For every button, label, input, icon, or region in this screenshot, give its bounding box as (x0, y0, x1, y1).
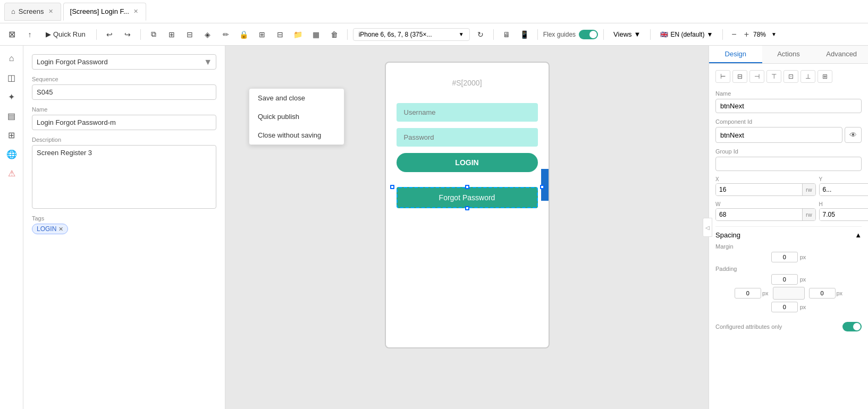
mobile-view-btn[interactable]: 📱 (517, 27, 532, 42)
design-tab[interactable]: Design (709, 46, 762, 63)
sidebar-data-btn[interactable]: ▤ (3, 107, 20, 124)
desktop-view-btn[interactable]: 🖥 (499, 27, 514, 42)
save-and-close-item[interactable]: Save and close (249, 89, 344, 107)
login-button[interactable]: LOGIN (397, 153, 538, 172)
sidebar-globe-btn[interactable]: 🌐 (3, 146, 20, 163)
quick-run-button[interactable]: ▶ Quick Run (40, 28, 91, 40)
handle-tr (540, 185, 544, 189)
separator-3 (347, 29, 348, 40)
canvas-area[interactable]: Save and close Quick publish Close witho… (225, 46, 709, 409)
collapse-right-panel-btn[interactable]: ◁ (703, 218, 712, 237)
tab-close-screens[interactable]: ✕ (47, 7, 54, 16)
margin-top-input[interactable] (771, 252, 798, 262)
zoom-out-btn[interactable]: − (728, 29, 739, 40)
h-input-group: rh (819, 208, 868, 221)
align-top-btn[interactable]: ⊤ (766, 70, 781, 83)
password-input[interactable] (397, 128, 538, 147)
undo-btn[interactable]: ↩ (102, 27, 117, 42)
ungroup-btn[interactable]: ⊟ (273, 27, 288, 42)
screen-select-field: Login Forgot Password ▼ (32, 54, 216, 70)
flex-guides-switch[interactable] (579, 30, 598, 39)
spacing-header[interactable]: Spacing ▲ (715, 231, 862, 239)
align-bottom-btn[interactable]: ⊥ (800, 70, 815, 83)
sidebar-pages-btn[interactable]: ⊞ (3, 126, 20, 143)
layout-btn[interactable]: ▦ (309, 27, 324, 42)
component-btn[interactable]: ◈ (200, 27, 215, 42)
separator-6 (603, 29, 604, 40)
save-dropdown-btn[interactable]: ⊠ (4, 27, 19, 42)
tags-container: LOGIN ✕ (32, 224, 216, 234)
xyr-row: X rw Y rh R ° (715, 176, 862, 196)
group-id-input[interactable] (715, 157, 862, 171)
folder-btn[interactable]: 📁 (291, 27, 306, 42)
device-selector[interactable]: iPhone 6, 6s, 7, 8 (375×... ▼ (353, 28, 470, 41)
align-row: ⊢ ⊟ ⊣ ⊤ ⊡ ⊥ ⊞ (715, 70, 862, 83)
views-btn[interactable]: Views ▼ (609, 28, 645, 40)
sequence-input[interactable] (32, 84, 216, 100)
distribute-h-btn[interactable]: ⊞ (818, 70, 832, 83)
separator-2 (140, 29, 141, 40)
screen-id-label: #S[2000] (386, 63, 549, 92)
w-field: W rw (715, 201, 816, 221)
actions-tab[interactable]: Actions (762, 46, 815, 63)
y-input[interactable] (820, 184, 868, 195)
refresh-btn[interactable]: ↻ (473, 27, 488, 42)
sidebar-warning-btn[interactable]: ⚠ (3, 165, 20, 182)
language-selector[interactable]: 🇬🇧 EN (default) ▼ (656, 29, 717, 40)
paste-btn[interactable]: ⊞ (164, 27, 179, 42)
phone-mockup: #S[2000] LOGIN Forgot Password (385, 62, 550, 348)
padding-middle-row: px px (715, 287, 862, 300)
w-input[interactable] (716, 209, 802, 220)
align-center-h-btn[interactable]: ⊟ (732, 70, 747, 83)
chevron-down-icon-views: ▼ (634, 30, 641, 38)
tag-remove-btn[interactable]: ✕ (58, 226, 63, 233)
zoom-controls: − + 78% ▼ (728, 29, 777, 40)
name-input[interactable] (32, 115, 216, 130)
tab-login-form[interactable]: [Screens] Login F... ✕ (63, 3, 146, 21)
up-arrow-btn[interactable]: ↑ (22, 27, 37, 42)
play-icon: ▶ (46, 30, 51, 38)
padding-label: Padding (715, 266, 862, 272)
advanced-tab[interactable]: Advanced (815, 46, 868, 63)
align-center-v-btn[interactable]: ⊡ (783, 70, 798, 83)
eye-btn[interactable]: 👁 (845, 127, 862, 143)
frame-btn[interactable]: ⊟ (182, 27, 197, 42)
padding-left-input[interactable] (735, 288, 761, 299)
right-name-field: Name (715, 90, 862, 113)
sidebar-layers-btn[interactable]: ◫ (3, 69, 20, 86)
align-left-btn[interactable]: ⊢ (715, 70, 730, 83)
align-right-btn[interactable]: ⊣ (749, 70, 764, 83)
quick-publish-item[interactable]: Quick publish (249, 107, 344, 126)
padding-bottom-row: px (715, 302, 862, 312)
x-input[interactable] (716, 184, 802, 195)
h-field: H rh (819, 201, 868, 221)
padding-top-input[interactable] (771, 274, 798, 285)
description-textarea[interactable]: Screen Register 3 (32, 145, 216, 209)
h-input[interactable] (820, 209, 868, 220)
right-panel-tabs: Design Actions Advanced (709, 46, 868, 64)
username-input[interactable] (397, 103, 538, 122)
wh-row: W rw H rh (715, 201, 862, 221)
chevron-down-icon: ▼ (459, 31, 464, 37)
tab-close-login[interactable]: ✕ (132, 7, 139, 16)
tab-screens[interactable]: ⌂ Screens ✕ (4, 3, 61, 21)
lock-btn[interactable]: 🔒 (237, 27, 251, 42)
forgot-password-button[interactable]: Forgot Password (397, 187, 538, 208)
pen-btn[interactable]: ✏ (218, 27, 233, 42)
close-without-saving-item[interactable]: Close without saving (249, 126, 344, 144)
sidebar-components-btn[interactable]: ✦ (3, 88, 20, 105)
copy-btn[interactable]: ⧉ (146, 27, 161, 42)
component-id-input[interactable] (715, 127, 842, 143)
zoom-in-btn[interactable]: + (741, 29, 752, 40)
delete-btn[interactable]: 🗑 (327, 27, 342, 42)
padding-bottom-input[interactable] (771, 302, 798, 312)
separator-4 (493, 29, 494, 40)
configured-toggle[interactable] (842, 322, 862, 331)
padding-right-input[interactable] (809, 288, 836, 299)
handle-bm (465, 206, 469, 210)
sidebar-home-btn[interactable]: ⌂ (3, 50, 20, 67)
group-btn[interactable]: ⊞ (255, 27, 269, 42)
right-name-input[interactable] (715, 99, 862, 113)
redo-btn[interactable]: ↪ (120, 27, 135, 42)
screen-dropdown[interactable]: Login Forgot Password (32, 54, 216, 70)
